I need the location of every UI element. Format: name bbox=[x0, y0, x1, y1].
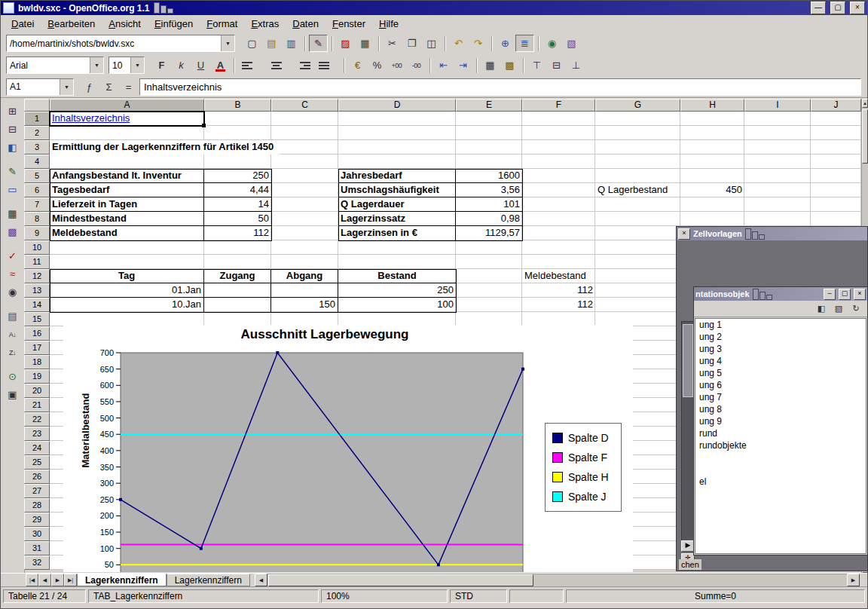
cell-E5[interactable]: 1600 bbox=[456, 169, 522, 183]
first-sheet-button[interactable]: |◀ bbox=[26, 574, 38, 586]
style-item-9[interactable]: ung 9 bbox=[695, 415, 866, 427]
scroll-right-icon[interactable]: ▶ bbox=[847, 574, 860, 586]
cell-B13[interactable] bbox=[204, 283, 271, 298]
cell-F13[interactable]: 112 bbox=[522, 283, 595, 298]
cell-A12[interactable]: Tag bbox=[50, 269, 204, 283]
style-item-10[interactable]: rund bbox=[695, 427, 866, 439]
svg-text:400: 400 bbox=[100, 446, 114, 455]
style-item-14[interactable]: el bbox=[695, 476, 866, 488]
cell-E8[interactable]: 0,98 bbox=[456, 212, 522, 226]
horizontal-scrollbar-thumb[interactable] bbox=[268, 574, 533, 586]
cell-H6[interactable]: 450 bbox=[680, 183, 744, 197]
window-decoration bbox=[745, 228, 765, 240]
cell-A14[interactable]: 10.Jan bbox=[50, 298, 204, 312]
style-item-5[interactable]: ung 5 bbox=[695, 367, 866, 379]
horizontal-scrollbar[interactable]: ◀ ▶ bbox=[255, 574, 867, 586]
scrollbar-corner bbox=[860, 574, 867, 586]
style-item-6[interactable]: ung 6 bbox=[695, 379, 866, 391]
zoom-level[interactable]: 100% bbox=[321, 589, 448, 603]
cell-A3[interactable]: Ermittlung der Lagerkennziffern für Arti… bbox=[50, 140, 280, 155]
chart-legend: Spalte DSpalte FSpalte HSpalte J bbox=[545, 423, 622, 512]
style-item-4[interactable]: ung 4 bbox=[695, 355, 866, 367]
styles-scrollbar-thumb[interactable] bbox=[683, 324, 693, 397]
cell-styles-titlebar[interactable]: × Zellvorlagen bbox=[677, 227, 867, 240]
cell-A5[interactable]: Anfangsbestand lt. Inventur bbox=[50, 169, 204, 183]
cell-B9[interactable]: 112 bbox=[204, 226, 271, 240]
new-style-from-selection-icon[interactable]: ▧ bbox=[830, 301, 847, 317]
last-sheet-button[interactable]: ▶| bbox=[64, 574, 77, 586]
cell-E9[interactable]: 1129,57 bbox=[456, 226, 522, 240]
scroll-up-icon[interactable]: ▲ bbox=[862, 99, 868, 108]
cell-B7[interactable]: 14 bbox=[204, 197, 271, 212]
stylist-toolbar: ◧▧↻ bbox=[694, 301, 867, 317]
style-item-8[interactable]: ung 8 bbox=[695, 403, 866, 415]
style-item-1[interactable]: ung 1 bbox=[695, 319, 866, 331]
close-icon[interactable]: × bbox=[854, 289, 866, 300]
sheet-tab-2[interactable]: Lagerkennziffern bbox=[167, 574, 250, 586]
cell-C12[interactable]: Abgang bbox=[271, 269, 338, 283]
sheet-position: Tabelle 21 / 24 bbox=[3, 589, 86, 603]
cell-F12[interactable]: Meldebestand bbox=[522, 269, 595, 283]
cell-A7[interactable]: Lieferzeit in Tagen bbox=[50, 197, 204, 212]
style-item-11[interactable]: rundobjekte bbox=[695, 439, 866, 451]
update-style-icon[interactable]: ↻ bbox=[848, 301, 864, 317]
scroll-left-icon[interactable]: ◀ bbox=[255, 574, 267, 586]
cell-C14[interactable]: 150 bbox=[271, 298, 338, 312]
svg-text:200: 200 bbox=[100, 511, 114, 520]
close-icon[interactable]: × bbox=[678, 228, 690, 240]
fill-format-mode-icon[interactable]: ◧ bbox=[813, 301, 830, 317]
svg-text:250: 250 bbox=[100, 495, 114, 504]
cell-D9[interactable]: Lagerzinsen in € bbox=[338, 226, 456, 240]
cell-D13[interactable]: 250 bbox=[338, 283, 456, 298]
cell-D5[interactable]: Jahresbedarf bbox=[338, 169, 456, 183]
style-item-2[interactable]: ung 2 bbox=[695, 331, 866, 343]
svg-text:300: 300 bbox=[100, 479, 114, 488]
svg-text:650: 650 bbox=[100, 365, 114, 374]
maximize-icon[interactable]: ▢ bbox=[839, 289, 851, 300]
previous-sheet-button[interactable]: ◀ bbox=[38, 574, 51, 586]
minimize-icon[interactable]: – bbox=[824, 289, 836, 300]
cell-B5[interactable]: 250 bbox=[204, 169, 271, 183]
svg-text:350: 350 bbox=[100, 463, 114, 472]
cell-B8[interactable]: 50 bbox=[204, 212, 271, 226]
window-decoration bbox=[753, 289, 772, 300]
cell-cursor bbox=[49, 111, 205, 127]
cell-E7[interactable]: 101 bbox=[456, 197, 522, 212]
legend-label: Spalte H bbox=[568, 471, 609, 483]
next-sheet-button[interactable]: ▶ bbox=[51, 574, 64, 586]
cell-B12[interactable]: Zugang bbox=[204, 269, 271, 283]
legend-swatch-icon bbox=[552, 452, 563, 463]
cell-D8[interactable]: Lagerzinssatz bbox=[338, 212, 456, 226]
insert-mode[interactable]: STD bbox=[450, 589, 507, 603]
svg-text:700: 700 bbox=[100, 348, 114, 357]
chart-object[interactable]: Ausschnitt Lagerbewegung Materialbestand… bbox=[63, 325, 633, 572]
legend-item: Spalte J bbox=[552, 491, 614, 503]
cell-A8[interactable]: Mindestbestand bbox=[50, 212, 204, 226]
cell-D14[interactable]: 100 bbox=[338, 298, 456, 312]
cell-C13[interactable] bbox=[271, 283, 338, 298]
presentation-styles-titlebar[interactable]: ntationsobjek – ▢ × bbox=[694, 287, 867, 301]
cell-B14[interactable] bbox=[204, 298, 271, 312]
cell-D12[interactable]: Bestand bbox=[338, 269, 456, 283]
sheet-tab-1[interactable]: Lagerkennziffern bbox=[77, 574, 167, 586]
vertical-scrollbar-thumb[interactable] bbox=[862, 109, 868, 164]
legend-swatch-icon bbox=[552, 433, 563, 443]
cell-A9[interactable]: Meldebestand bbox=[50, 226, 204, 240]
presentation-styles-window: ntationsobjek – ▢ × ◧▧↻ ung 1ung 2ung 3u… bbox=[693, 286, 868, 555]
style-item-7[interactable]: ung 7 bbox=[695, 391, 866, 403]
cell-B6[interactable]: 4,44 bbox=[204, 183, 271, 197]
svg-text:100: 100 bbox=[100, 544, 114, 553]
cell-styles-title: Zellvorlagen bbox=[693, 229, 742, 238]
svg-text:450: 450 bbox=[100, 430, 114, 439]
cell-A13[interactable]: 01.Jan bbox=[50, 283, 204, 298]
selection-handle[interactable] bbox=[202, 124, 206, 127]
cell-E6[interactable]: 3,56 bbox=[456, 183, 522, 197]
cell-F14[interactable]: 112 bbox=[522, 298, 595, 312]
modified-flag bbox=[509, 589, 564, 603]
cell-A6[interactable]: Tagesbedarf bbox=[50, 183, 204, 197]
cell-D6[interactable]: Umschlagshäufigkeit bbox=[338, 183, 456, 197]
horizontal-scrollbar-track[interactable] bbox=[267, 574, 847, 586]
style-item-3[interactable]: ung 3 bbox=[695, 343, 866, 355]
cell-G6[interactable]: Q Lagerbestand bbox=[595, 183, 680, 197]
cell-D7[interactable]: Q Lagerdauer bbox=[338, 197, 456, 212]
